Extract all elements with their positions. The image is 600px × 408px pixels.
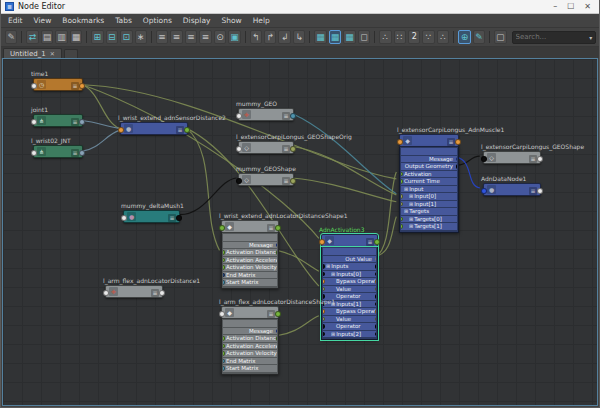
attr-row-message[interactable]: Message: [223, 242, 277, 249]
node-header[interactable]: ◇≡: [238, 141, 294, 154]
attr-row-activation-acceleration[interactable]: Activation Acceleration: [223, 343, 277, 350]
attr-input-port[interactable]: [323, 332, 325, 337]
attr-input-port[interactable]: [323, 309, 325, 314]
close-button[interactable]: ✕: [584, 2, 591, 12]
attr-input-port[interactable]: [223, 265, 225, 270]
expander-icon[interactable]: ⊞: [409, 201, 413, 207]
attr-input-port[interactable]: [401, 202, 403, 207]
layout-grid3-icon[interactable]: ▦: [343, 30, 355, 44]
traverse-down-icon[interactable]: ↱: [264, 30, 276, 44]
node-header[interactable]: ◷≡: [33, 78, 83, 91]
dots-large-icon[interactable]: ∷: [394, 30, 406, 44]
attr-output-port[interactable]: [375, 302, 377, 307]
attr-input-port[interactable]: [323, 324, 325, 329]
search-input[interactable]: [516, 33, 590, 41]
layout-grid1-icon[interactable]: ▦: [314, 30, 326, 44]
node-menu-icon[interactable]: ≡: [71, 118, 79, 126]
node-sensor2[interactable]: l_wrist_extend_adnSensorDistance2●≡: [120, 122, 188, 135]
node-header[interactable]: ◆≡: [221, 306, 279, 319]
lock-icon[interactable]: ◻: [358, 30, 370, 44]
zoom-icon[interactable]: ⊙: [214, 30, 226, 44]
pin-all-icon[interactable]: ∗: [135, 30, 147, 44]
attr-row-bypass-operator[interactable]: Bypass Operator: [323, 308, 376, 315]
node-header[interactable]: ●≡: [120, 122, 188, 135]
display-connected-icon[interactable]: ≡: [170, 30, 182, 44]
node-menu-icon[interactable]: ≡: [71, 82, 79, 90]
create-node-icon[interactable]: ✎: [5, 30, 17, 44]
node-menu-icon[interactable]: ≡: [267, 310, 275, 318]
attr-row-blank[interactable]: [401, 148, 457, 155]
node-menu-icon[interactable]: ≡: [282, 177, 290, 185]
traverse-up-icon[interactable]: ↰: [250, 30, 262, 44]
minimize-button[interactable]: –: [553, 2, 557, 12]
new-tab-stub[interactable]: [64, 49, 78, 58]
attr-row-end-matrix[interactable]: End Matrix: [223, 272, 277, 279]
output-port[interactable]: [537, 156, 543, 162]
input-port[interactable]: [118, 127, 124, 133]
output-port[interactable]: [275, 225, 281, 231]
attr-output-port[interactable]: [375, 332, 377, 337]
input-port[interactable]: [236, 146, 242, 152]
attr-row-end-matrix[interactable]: End Matrix: [223, 358, 277, 365]
node-adnData1[interactable]: AdnDataNode1●≡: [483, 183, 541, 196]
node-header[interactable]: ✚≡: [105, 285, 163, 298]
node-graph-canvas[interactable]: time1◷≡joint1⋔≡l_wrist02_JNT⋔≡l_wrist_ex…: [2, 58, 598, 406]
output-port[interactable]: [455, 139, 461, 145]
output-port[interactable]: [159, 290, 165, 296]
maximize-button[interactable]: ☐: [567, 2, 574, 12]
attr-row-activation-distance[interactable]: Activation Distance: [223, 335, 277, 342]
menu-bookmarks[interactable]: Bookmarks: [62, 16, 104, 25]
layout-grid2-icon[interactable]: ▦: [329, 30, 341, 44]
display-all-icon[interactable]: ≡: [185, 30, 197, 44]
node-l_wrist02_JNT[interactable]: l_wrist02_JNT⋔≡: [33, 145, 83, 158]
attr-output-port[interactable]: [375, 272, 377, 277]
node-mummy_GEOShape[interactable]: mummy_GEOShape◇≡: [238, 173, 294, 186]
attr-row-value[interactable]: Value: [323, 316, 376, 323]
attr-output-port[interactable]: [375, 294, 377, 299]
attr-input-port[interactable]: [223, 366, 225, 371]
attr-row-bypass-operator[interactable]: Bypass Operator: [323, 278, 376, 285]
dots-in-icon[interactable]: ∵: [422, 30, 434, 44]
output-port[interactable]: [537, 188, 543, 194]
display-custom-icon[interactable]: ≡: [199, 30, 211, 44]
attr-row-message[interactable]: Message: [401, 156, 457, 163]
sync-selection-icon[interactable]: ⇄: [26, 30, 38, 44]
attr-output-port[interactable]: [375, 264, 377, 269]
attr-row-value[interactable]: Value: [323, 286, 376, 293]
node-header[interactable]: ◆≡: [321, 234, 378, 247]
output-port[interactable]: [184, 127, 190, 133]
menu-view[interactable]: View: [34, 16, 52, 25]
menu-tabs[interactable]: Tabs: [115, 16, 132, 25]
expander-icon[interactable]: ⊞: [409, 193, 413, 199]
add-to-graph-icon[interactable]: ⊞: [91, 30, 103, 44]
attr-input-port[interactable]: [401, 217, 403, 222]
node-menu-icon[interactable]: ≡: [71, 149, 79, 157]
search-box[interactable]: ▾: [512, 31, 597, 44]
attr-output-port[interactable]: [375, 257, 377, 262]
input-port[interactable]: [236, 178, 242, 184]
node-geoShape2[interactable]: l_extensorCarpiLongus_GEOShape◇≡: [483, 151, 541, 164]
output-port[interactable]: [79, 150, 85, 156]
attr-row-start-matrix[interactable]: Start Matrix: [223, 365, 277, 372]
traverse-right-icon[interactable]: ↳: [293, 30, 305, 44]
node-header[interactable]: ●≡: [123, 210, 180, 223]
attr-output-port[interactable]: [276, 250, 278, 255]
attr-row-out-value[interactable]: Out Value: [323, 256, 376, 263]
attr-row-activation-velocity[interactable]: Activation Velocity: [223, 350, 277, 357]
node-menu-icon[interactable]: ≡: [529, 155, 537, 163]
attr-input-port[interactable]: [223, 359, 225, 364]
attr-row-blank[interactable]: [323, 248, 376, 255]
attr-row-activation-velocity[interactable]: Activation Velocity: [223, 264, 277, 271]
attr-input-port[interactable]: [401, 194, 403, 199]
edge-geo-muscle-input0[interactable]: [292, 114, 396, 194]
output-port[interactable]: [374, 239, 380, 245]
node-menu-icon[interactable]: ≡: [366, 238, 374, 246]
edge-armflexshape-ad-activation-in1[interactable]: [277, 316, 319, 336]
edge-muscle-outgeo-geoshape2[interactable]: [456, 156, 480, 165]
attr-input-port[interactable]: [223, 344, 225, 349]
node-header[interactable]: ◇≡: [238, 173, 294, 186]
expander-icon[interactable]: ⊞: [409, 223, 413, 229]
attr-input-port[interactable]: [401, 172, 403, 177]
edge-wrist02-sensor[interactable]: [82, 130, 119, 151]
node-armFlexShape1[interactable]: l_arm_flex_adnLocatorDistanceShape1◆≡Mes…: [221, 306, 279, 375]
